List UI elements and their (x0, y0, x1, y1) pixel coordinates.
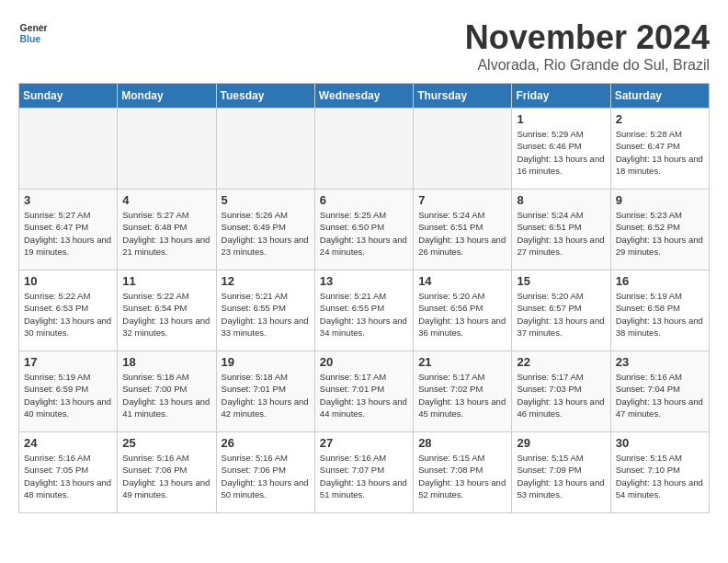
month-title: November 2024 (465, 18, 710, 57)
calendar-week-row: 1Sunrise: 5:29 AM Sunset: 6:46 PM Daylig… (19, 109, 710, 190)
location: Alvorada, Rio Grande do Sul, Brazil (465, 57, 710, 74)
calendar-day-cell: 20Sunrise: 5:17 AM Sunset: 7:01 PM Dayli… (314, 351, 413, 432)
calendar-day-cell: 10Sunrise: 5:22 AM Sunset: 6:53 PM Dayli… (19, 270, 118, 351)
day-info: Sunrise: 5:20 AM Sunset: 6:56 PM Dayligh… (418, 290, 506, 339)
day-number: 28 (418, 436, 506, 450)
day-info: Sunrise: 5:15 AM Sunset: 7:09 PM Dayligh… (517, 452, 605, 500)
calendar-day-cell: 25Sunrise: 5:16 AM Sunset: 7:06 PM Dayli… (118, 432, 216, 513)
calendar-day-cell: 12Sunrise: 5:21 AM Sunset: 6:55 PM Dayli… (216, 270, 314, 351)
day-info: Sunrise: 5:19 AM Sunset: 6:59 PM Dayligh… (24, 371, 112, 419)
day-info: Sunrise: 5:29 AM Sunset: 6:46 PM Dayligh… (517, 128, 605, 177)
day-info: Sunrise: 5:18 AM Sunset: 7:00 PM Dayligh… (122, 371, 210, 419)
page-header: General Blue November 2024 Alvorada, Rio… (18, 18, 710, 74)
day-number: 8 (517, 193, 605, 207)
weekday-header: Wednesday (314, 84, 413, 109)
day-number: 9 (616, 193, 704, 207)
calendar-day-cell: 3Sunrise: 5:27 AM Sunset: 6:47 PM Daylig… (19, 190, 118, 270)
calendar-day-cell: 2Sunrise: 5:28 AM Sunset: 6:47 PM Daylig… (610, 109, 709, 190)
calendar-day-cell: 11Sunrise: 5:22 AM Sunset: 6:54 PM Dayli… (118, 270, 216, 351)
day-info: Sunrise: 5:27 AM Sunset: 6:48 PM Dayligh… (122, 209, 210, 258)
weekday-header: Saturday (610, 84, 709, 109)
calendar-day-cell: 15Sunrise: 5:20 AM Sunset: 6:57 PM Dayli… (512, 270, 610, 351)
day-number: 1 (517, 112, 605, 126)
calendar-day-cell: 13Sunrise: 5:21 AM Sunset: 6:55 PM Dayli… (314, 270, 413, 351)
day-info: Sunrise: 5:24 AM Sunset: 6:51 PM Dayligh… (517, 209, 605, 258)
calendar-day-cell: 6Sunrise: 5:25 AM Sunset: 6:50 PM Daylig… (314, 190, 413, 270)
logo: General Blue (18, 18, 48, 48)
calendar-day-cell: 27Sunrise: 5:16 AM Sunset: 7:07 PM Dayli… (314, 432, 413, 513)
day-number: 5 (222, 193, 310, 207)
calendar-day-cell: 1Sunrise: 5:29 AM Sunset: 6:46 PM Daylig… (512, 109, 610, 190)
day-info: Sunrise: 5:28 AM Sunset: 6:47 PM Dayligh… (616, 128, 704, 177)
weekday-header: Sunday (19, 84, 118, 109)
day-number: 4 (122, 193, 210, 207)
day-info: Sunrise: 5:17 AM Sunset: 7:02 PM Dayligh… (418, 371, 506, 419)
calendar-day-cell (314, 109, 413, 190)
day-number: 30 (616, 436, 704, 450)
calendar-day-cell: 19Sunrise: 5:18 AM Sunset: 7:01 PM Dayli… (216, 351, 314, 432)
calendar-week-row: 17Sunrise: 5:19 AM Sunset: 6:59 PM Dayli… (19, 351, 710, 432)
day-info: Sunrise: 5:27 AM Sunset: 6:47 PM Dayligh… (24, 209, 112, 258)
calendar-day-cell: 5Sunrise: 5:26 AM Sunset: 6:49 PM Daylig… (216, 190, 314, 270)
day-info: Sunrise: 5:25 AM Sunset: 6:50 PM Dayligh… (320, 209, 408, 258)
calendar-table: SundayMondayTuesdayWednesdayThursdayFrid… (18, 83, 710, 513)
calendar-day-cell: 28Sunrise: 5:15 AM Sunset: 7:08 PM Dayli… (414, 432, 512, 513)
calendar-day-cell: 16Sunrise: 5:19 AM Sunset: 6:58 PM Dayli… (610, 270, 709, 351)
day-info: Sunrise: 5:16 AM Sunset: 7:05 PM Dayligh… (24, 452, 112, 500)
day-info: Sunrise: 5:23 AM Sunset: 6:52 PM Dayligh… (616, 209, 704, 258)
day-info: Sunrise: 5:21 AM Sunset: 6:55 PM Dayligh… (320, 290, 408, 339)
calendar-day-cell: 24Sunrise: 5:16 AM Sunset: 7:05 PM Dayli… (19, 432, 118, 513)
day-number: 2 (616, 112, 704, 126)
calendar-day-cell (216, 109, 314, 190)
calendar-day-cell (414, 109, 512, 190)
weekday-header: Tuesday (216, 84, 314, 109)
day-number: 23 (616, 355, 704, 369)
day-number: 3 (24, 193, 112, 207)
calendar-day-cell: 18Sunrise: 5:18 AM Sunset: 7:00 PM Dayli… (118, 351, 216, 432)
calendar-day-cell: 14Sunrise: 5:20 AM Sunset: 6:56 PM Dayli… (414, 270, 512, 351)
weekday-header: Monday (118, 84, 216, 109)
day-info: Sunrise: 5:15 AM Sunset: 7:10 PM Dayligh… (616, 452, 704, 500)
calendar-day-cell: 7Sunrise: 5:24 AM Sunset: 6:51 PM Daylig… (414, 190, 512, 270)
day-number: 24 (24, 436, 112, 450)
day-number: 29 (517, 436, 605, 450)
svg-text:Blue: Blue (20, 34, 41, 44)
day-number: 6 (320, 193, 408, 207)
calendar-day-cell: 26Sunrise: 5:16 AM Sunset: 7:06 PM Dayli… (216, 432, 314, 513)
day-info: Sunrise: 5:16 AM Sunset: 7:06 PM Dayligh… (122, 452, 210, 500)
day-number: 21 (418, 355, 506, 369)
calendar-day-cell: 22Sunrise: 5:17 AM Sunset: 7:03 PM Dayli… (512, 351, 610, 432)
day-number: 20 (320, 355, 408, 369)
calendar-body: 1Sunrise: 5:29 AM Sunset: 6:46 PM Daylig… (19, 109, 710, 513)
day-info: Sunrise: 5:26 AM Sunset: 6:49 PM Dayligh… (222, 209, 310, 258)
day-number: 10 (24, 274, 112, 288)
calendar-day-cell: 23Sunrise: 5:16 AM Sunset: 7:04 PM Dayli… (610, 351, 709, 432)
weekday-header: Thursday (414, 84, 512, 109)
weekday-header: Friday (512, 84, 610, 109)
svg-text:General: General (20, 23, 48, 33)
calendar-day-cell (19, 109, 118, 190)
calendar-day-cell: 21Sunrise: 5:17 AM Sunset: 7:02 PM Dayli… (414, 351, 512, 432)
day-number: 7 (418, 193, 506, 207)
title-section: November 2024 Alvorada, Rio Grande do Su… (465, 18, 710, 74)
calendar-week-row: 24Sunrise: 5:16 AM Sunset: 7:05 PM Dayli… (19, 432, 710, 513)
day-number: 18 (122, 355, 210, 369)
day-number: 13 (320, 274, 408, 288)
day-info: Sunrise: 5:17 AM Sunset: 7:01 PM Dayligh… (320, 371, 408, 419)
calendar-day-cell: 30Sunrise: 5:15 AM Sunset: 7:10 PM Dayli… (610, 432, 709, 513)
calendar-week-row: 10Sunrise: 5:22 AM Sunset: 6:53 PM Dayli… (19, 270, 710, 351)
calendar-day-cell (118, 109, 216, 190)
day-number: 17 (24, 355, 112, 369)
day-number: 22 (517, 355, 605, 369)
calendar-day-cell: 29Sunrise: 5:15 AM Sunset: 7:09 PM Dayli… (512, 432, 610, 513)
day-number: 14 (418, 274, 506, 288)
day-info: Sunrise: 5:16 AM Sunset: 7:04 PM Dayligh… (616, 371, 704, 419)
calendar-day-cell: 8Sunrise: 5:24 AM Sunset: 6:51 PM Daylig… (512, 190, 610, 270)
calendar-day-cell: 9Sunrise: 5:23 AM Sunset: 6:52 PM Daylig… (610, 190, 709, 270)
day-info: Sunrise: 5:19 AM Sunset: 6:58 PM Dayligh… (616, 290, 704, 339)
day-info: Sunrise: 5:18 AM Sunset: 7:01 PM Dayligh… (222, 371, 310, 419)
day-number: 19 (222, 355, 310, 369)
day-info: Sunrise: 5:24 AM Sunset: 6:51 PM Dayligh… (418, 209, 506, 258)
calendar-week-row: 3Sunrise: 5:27 AM Sunset: 6:47 PM Daylig… (19, 190, 710, 270)
day-number: 25 (122, 436, 210, 450)
